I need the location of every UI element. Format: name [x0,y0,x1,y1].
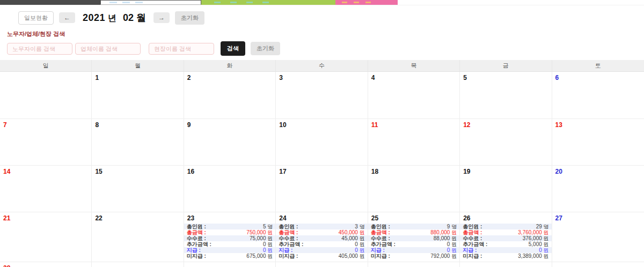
search-reset-button[interactable]: 초기화 [251,42,280,55]
stat-label: 지급 : [463,247,477,253]
day-cell-empty [92,262,184,267]
day-cell[interactable]: 15 [92,166,184,212]
stat-label: 수수료 : [187,235,206,241]
day-cell[interactable]: 18 [368,166,460,212]
stat-value: 0 원 [539,247,548,253]
day-number: 22 [95,214,183,222]
day-cell-empty [184,262,276,267]
weekday-label: 목 [368,60,460,71]
stat-row: 지급 :0 원 [460,247,551,253]
stat-row: 총금액 :880,000 원 [368,229,459,235]
stat-value: 88,000 원 [434,235,457,241]
month-toolbar: 일보현황 ← 2021 년 02 월 → 초기화 [18,11,644,25]
browser-remnant-strip [0,0,644,5]
stat-row: 추가금액 :0 원 [276,241,367,247]
day-cell[interactable]: 12 [460,119,552,166]
day-number: 24 [279,214,367,222]
stat-label: 총인원 : [463,224,482,229]
day-cell-empty [0,72,92,119]
day-cell[interactable]: 21 [0,212,92,262]
company-name-input[interactable] [75,43,141,55]
day-number: 21 [3,214,91,222]
day-stats-table: 총인원 :9 명총금액 :880,000 원수수료 :88,000 원추가금액 … [368,224,459,259]
day-cell[interactable]: 17 [276,166,368,212]
daily-report-button[interactable]: 일보현황 [18,11,54,25]
day-cell[interactable]: 1 [92,72,184,119]
weekday-label: 월 [92,60,184,71]
day-cell[interactable]: 25총인원 :9 명총금액 :880,000 원수수료 :88,000 원추가금… [368,212,460,262]
day-cell[interactable]: 28 [0,262,92,267]
stat-label: 수수료 : [371,235,390,241]
day-cell[interactable]: 8 [92,119,184,166]
stat-value: 3,389,000 원 [518,253,548,259]
day-cell-empty [552,262,644,267]
day-number: 16 [187,168,275,175]
day-cell[interactable]: 27 [552,212,644,262]
day-number: 1 [95,74,183,81]
day-cell[interactable]: 5 [460,72,552,119]
strip-white-segment [100,0,201,5]
day-cell[interactable]: 20 [552,166,644,212]
site-name-input[interactable] [149,43,214,55]
stat-row: 총인원 :9 명 [368,224,459,229]
stat-row: 미지급 :675,000 원 [184,253,275,259]
prev-month-button[interactable]: ← [59,12,75,23]
stat-row: 미지급 :792,000 원 [368,253,459,259]
next-month-button[interactable]: → [153,12,170,23]
day-cell[interactable]: 26총인원 :29 명총금액 :3,760,000 원수수료 :376,000 … [460,212,552,262]
day-number: 12 [463,121,551,129]
calendar-grid: 1234567891011121314151617181920212223총인원… [0,72,644,267]
calendar-year-unit: 년 [108,13,116,24]
month-reset-button[interactable]: 초기화 [175,11,204,25]
day-cell[interactable]: 22 [92,212,184,262]
day-cell[interactable]: 4 [368,72,460,119]
day-cell[interactable]: 13 [552,119,644,166]
weekday-label: 일 [0,60,92,71]
stat-label: 총인원 : [279,224,298,229]
day-cell[interactable]: 7 [0,119,92,166]
stat-value: 3,760,000 원 [518,229,548,235]
stat-label: 총금액 : [463,229,482,235]
stat-label: 총인원 : [187,224,206,229]
stat-row: 총인원 :3 명 [276,224,367,229]
strip-pink-segment [335,0,398,5]
stat-value: 5 명 [263,224,273,229]
day-cell[interactable]: 23총인원 :5 명총금액 :750,000 원수수료 :75,000 원추가금… [184,212,276,262]
stat-value: 0 원 [355,247,364,253]
search-button[interactable]: 검색 [221,41,245,56]
strip-dark-segment [0,0,100,5]
day-cell[interactable]: 6 [552,72,644,119]
stat-label: 미지급 : [463,253,482,259]
day-cell[interactable]: 2 [184,72,276,119]
day-number: 19 [463,168,551,175]
stat-row: 지급 :0 원 [368,247,459,253]
stat-value: 0 원 [447,247,457,253]
stat-value: 450,000 원 [339,229,365,235]
day-cell[interactable]: 9 [184,119,276,166]
stat-label: 수수료 : [279,235,298,241]
calendar-week-row: 212223총인원 :5 명총금액 :750,000 원수수료 :75,000 … [0,212,644,262]
stat-row: 총인원 :29 명 [460,224,551,229]
day-number: 17 [279,168,367,175]
stat-label: 미지급 : [279,253,298,259]
day-cell[interactable]: 10 [276,119,368,166]
day-number: 8 [95,121,183,129]
day-cell[interactable]: 11 [368,119,460,166]
stat-value: 75,000 원 [250,235,273,241]
day-cell[interactable]: 3 [276,72,368,119]
day-number: 4 [371,74,459,81]
stat-value: 9 명 [447,224,457,229]
day-cell[interactable]: 19 [460,166,552,212]
stat-value: 3 명 [355,224,364,229]
stat-row: 추가금액 :0 원 [368,241,459,247]
weekday-label: 화 [184,60,276,71]
day-cell[interactable]: 14 [0,166,92,212]
stat-value: 0 원 [263,241,273,247]
day-cell[interactable]: 24총인원 :3 명총금액 :450,000 원수수료 :45,000 원추가금… [276,212,368,262]
stat-label: 미지급 : [371,253,390,259]
worker-name-input[interactable] [7,43,72,55]
day-stats-table: 총인원 :5 명총금액 :750,000 원수수료 :75,000 원추가금액 … [184,224,275,259]
day-cell[interactable]: 16 [184,166,276,212]
day-number: 3 [279,74,367,81]
stat-value: 0 원 [447,241,457,247]
